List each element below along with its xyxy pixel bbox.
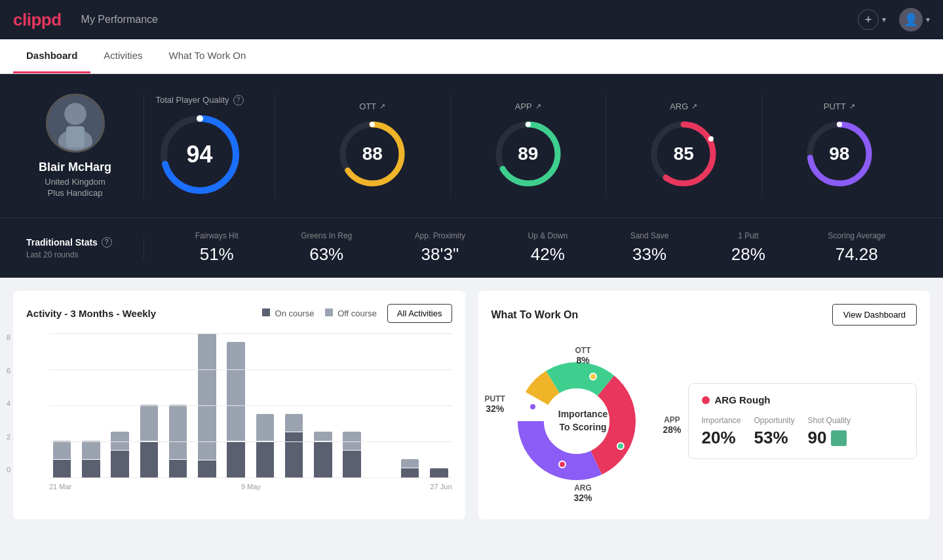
app-label: APP ↗ <box>515 102 541 111</box>
quality-item-arg: ARG ↗ 85 <box>606 95 762 196</box>
bar-on-3 <box>140 441 158 477</box>
stat-sandsave-label: Sand Save <box>630 231 669 240</box>
arg-donut-label: ARG 32% <box>573 483 592 503</box>
svg-point-18 <box>837 122 842 127</box>
stat-scoring-label: Scoring Average <box>828 231 885 240</box>
ott-donut-label: OTT 8% <box>575 346 591 365</box>
bar-group-10 <box>339 333 365 477</box>
header: clippd My Performance + ▾ 👤 ▾ <box>0 0 943 39</box>
trad-stats-info[interactable]: ? <box>102 237 112 248</box>
svg-point-25 <box>559 461 566 468</box>
bar-group-4 <box>165 333 191 477</box>
shot-quality-badge: 90 <box>808 428 847 448</box>
svg-point-27 <box>544 388 609 454</box>
avatar-dropdown[interactable]: 👤 ▾ <box>899 8 930 31</box>
tab-what-to-work-on[interactable]: What To Work On <box>156 39 260 73</box>
bar-group-7 <box>252 333 278 477</box>
putt-circle: 98 <box>803 118 876 190</box>
stat-fairways-value: 51% <box>200 244 234 265</box>
shot-quality-fill <box>831 430 847 446</box>
bar-off-6 <box>227 342 244 441</box>
stat-sandsave-value: 33% <box>632 244 666 265</box>
importance-value: 20% <box>702 428 736 448</box>
stat-scoring-value: 74.28 <box>836 244 878 265</box>
card-metrics: Importance 20% Opportunity 53% Shot Qual… <box>702 416 904 448</box>
tab-dashboard[interactable]: Dashboard <box>13 39 90 73</box>
user-avatar[interactable]: 👤 <box>899 8 923 31</box>
svg-point-1 <box>64 103 87 125</box>
stat-fairways-label: Fairways Hit <box>195 231 239 240</box>
activity-legend: On course Off course <box>262 308 377 318</box>
svg-point-12 <box>526 122 531 127</box>
arg-circle: 85 <box>647 118 720 190</box>
putt-trend: ↗ <box>849 102 855 111</box>
opportunity-value: 53% <box>754 428 788 448</box>
card-opportunity: Opportunity 53% <box>754 416 795 448</box>
wtwo-card: ARG Rough Importance 20% Opportunity 53%… <box>688 383 917 459</box>
x-label-2: 9 May <box>241 483 261 491</box>
stat-greens: Greens In Reg 63% <box>301 231 352 265</box>
plus-icon: + <box>865 13 872 27</box>
bar-off-2 <box>111 432 128 450</box>
svg-point-26 <box>529 403 536 410</box>
view-dashboard-button[interactable]: View Dashboard <box>832 304 917 326</box>
bar-group-1 <box>78 333 104 477</box>
on-course-legend-dot <box>262 308 270 316</box>
stat-greens-value: 63% <box>309 244 343 265</box>
activity-title: Activity - 3 Months - Weekly <box>26 308 156 319</box>
bars-container <box>49 333 452 477</box>
header-logo: clippd My Performance <box>13 10 158 30</box>
chart-x-labels: 21 Mar 9 May 27 Jun <box>49 480 452 493</box>
add-button[interactable]: + <box>858 9 879 30</box>
svg-rect-3 <box>66 126 85 148</box>
off-course-legend-dot <box>325 308 333 316</box>
bar-off-1 <box>82 441 100 459</box>
traditional-stats-panel: Traditional Stats ? Last 20 rounds Fairw… <box>0 217 943 278</box>
bar-group-11 <box>368 333 394 477</box>
importance-label: Importance <box>702 416 741 425</box>
total-quality: Total Player Quality ? 94 <box>144 95 275 197</box>
ott-value: 88 <box>362 143 383 164</box>
card-title-dot <box>702 396 710 404</box>
player-name: Blair McHarg <box>39 160 111 174</box>
bar-on-6 <box>227 441 244 477</box>
wtwo-title: What To Work On <box>491 309 579 321</box>
wtwo-panel: What To Work On View Dashboard <box>478 291 931 519</box>
stat-oneputt: 1 Putt 28% <box>731 231 765 265</box>
total-quality-value: 94 <box>186 141 212 168</box>
player-country: United Kingdom <box>45 177 106 187</box>
bar-on-13 <box>430 468 448 477</box>
putt-donut-label: PUTT 32% <box>485 394 505 414</box>
x-label-1: 21 Mar <box>49 483 71 491</box>
all-activities-button[interactable]: All Activities <box>387 304 452 323</box>
shot-quality-value: 90 <box>808 428 827 448</box>
donut-chart: Importance To Scoring OTT 8% APP 28% ARG… <box>491 336 675 506</box>
info-icon[interactable]: ? <box>233 95 244 105</box>
nav-tabs: Dashboard Activities What To Work On <box>0 39 943 74</box>
svg-point-24 <box>617 443 624 449</box>
quality-scores: OTT ↗ 88 APP ↗ <box>275 95 917 196</box>
shot-quality-bar <box>831 430 847 446</box>
off-course-label: Off course <box>337 308 377 318</box>
add-chevron: ▾ <box>882 15 886 24</box>
bar-off-9 <box>314 432 332 441</box>
stat-scoring: Scoring Average 74.28 <box>828 231 885 265</box>
bottom-section: Activity - 3 Months - Weekly On course O… <box>0 278 943 532</box>
total-circle: 94 <box>157 112 242 197</box>
app-value: 89 <box>518 143 538 164</box>
bar-on-4 <box>169 460 187 478</box>
stat-updown-label: Up & Down <box>528 231 568 240</box>
wtwo-content: Importance To Scoring OTT 8% APP 28% ARG… <box>491 336 917 506</box>
app-donut-label: APP 28% <box>663 415 681 435</box>
ott-circle: 88 <box>336 118 408 190</box>
activity-header: Activity - 3 Months - Weekly On course O… <box>26 304 452 323</box>
add-dropdown[interactable]: + ▾ <box>858 9 886 30</box>
tab-activities[interactable]: Activities <box>90 39 155 73</box>
player-panel: Blair McHarg United Kingdom Plus Handica… <box>0 74 943 217</box>
arg-trend: ↗ <box>691 102 697 111</box>
bar-on-7 <box>256 441 274 477</box>
quality-item-app: APP ↗ 89 <box>451 95 607 196</box>
player-handicap: Plus Handicap <box>48 188 103 198</box>
svg-point-15 <box>708 136 714 141</box>
stat-oneputt-value: 28% <box>731 244 765 265</box>
